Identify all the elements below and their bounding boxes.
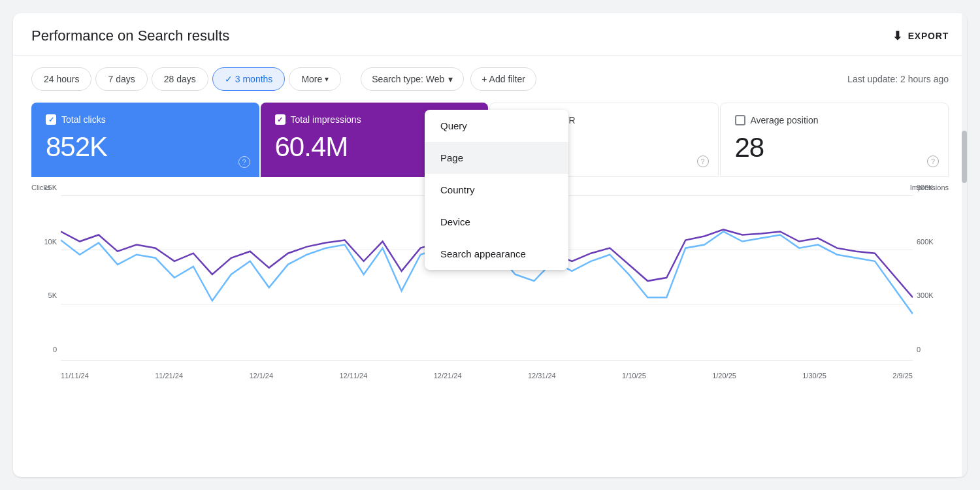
- search-type-chevron: ▾: [448, 74, 453, 84]
- y-axis-left: 15K 10K 5K 0: [31, 184, 61, 353]
- dropdown-item-page[interactable]: Page: [425, 142, 568, 174]
- metric-name-position: Average position: [751, 115, 819, 125]
- dropdown-item-query[interactable]: Query: [425, 110, 568, 142]
- y-right-label-0: 0: [917, 346, 921, 353]
- y-left-label-5k: 5K: [48, 291, 57, 299]
- time-filter-group: 24 hours 7 days 28 days ✓3 months More ▾: [31, 67, 341, 91]
- metric-total-clicks[interactable]: ✓ Total clicks 852K ?: [31, 103, 259, 177]
- help-icon-position[interactable]: ?: [927, 155, 939, 167]
- filter-more[interactable]: More ▾: [289, 67, 341, 91]
- card-header: Performance on Search results ⬇ EXPORT: [13, 13, 967, 56]
- help-icon-ctr[interactable]: ?: [697, 155, 709, 167]
- x-label-4: 12/21/24: [434, 372, 462, 380]
- dropdown-item-device[interactable]: Device: [425, 206, 568, 238]
- metric-value-position: 28: [735, 132, 934, 163]
- checkbox-clicks: ✓: [46, 114, 56, 125]
- check-icon: ✓: [48, 116, 54, 124]
- metric-average-position[interactable]: Average position 28 ?: [720, 103, 949, 177]
- x-axis: 11/11/24 11/21/24 12/1/24 12/11/24 12/21…: [61, 360, 913, 380]
- y-left-label-10k: 10K: [44, 238, 57, 246]
- filter-28days[interactable]: 28 days: [152, 67, 208, 91]
- x-label-7: 1/20/25: [712, 372, 736, 380]
- export-button[interactable]: ⬇ EXPORT: [892, 29, 949, 43]
- metric-label-row-clicks: ✓ Total clicks: [46, 114, 245, 125]
- y-right-label-900k: 900K: [917, 184, 934, 191]
- x-label-2: 12/1/24: [249, 372, 273, 380]
- filter-24hours[interactable]: 24 hours: [31, 67, 91, 91]
- main-card: Performance on Search results ⬇ EXPORT 2…: [13, 13, 967, 477]
- x-label-1: 11/21/24: [155, 372, 183, 380]
- dropdown-item-country[interactable]: Country: [425, 174, 568, 206]
- x-label-5: 12/31/24: [528, 372, 556, 380]
- add-filter-label: + Add filter: [482, 74, 525, 84]
- dropdown-menu: Query Page Country Device Search appeara…: [425, 110, 568, 270]
- filter-group: Search type: Web ▾ + Add filter: [361, 67, 536, 91]
- toolbar: 24 hours 7 days 28 days ✓3 months More ▾…: [13, 56, 967, 103]
- checkmark-active: ✓: [225, 74, 233, 84]
- x-label-8: 1/30/25: [802, 372, 826, 380]
- chevron-down-icon: ▾: [325, 74, 329, 84]
- metric-name-impressions: Total impressions: [291, 114, 361, 125]
- metric-label-row-position: Average position: [735, 115, 934, 125]
- checkbox-impressions: ✓: [275, 114, 286, 125]
- scrollbar-thumb: [962, 131, 967, 183]
- export-icon: ⬇: [892, 29, 903, 43]
- metric-value-clicks: 852K: [46, 131, 245, 163]
- filter-3months[interactable]: ✓3 months: [212, 67, 286, 91]
- metric-name-clicks: Total clicks: [61, 114, 106, 125]
- y-right-label-600k: 600K: [917, 238, 934, 246]
- add-filter-button[interactable]: + Add filter: [470, 67, 536, 91]
- dropdown-item-search-appearance[interactable]: Search appearance: [425, 238, 568, 270]
- x-label-0: 11/11/24: [61, 372, 89, 380]
- page-title: Performance on Search results: [31, 27, 229, 44]
- scrollbar[interactable]: [962, 13, 967, 477]
- check-icon-impressions: ✓: [277, 116, 283, 124]
- search-type-label: Search type: Web: [372, 74, 444, 84]
- y-right-label-300k: 300K: [917, 291, 934, 299]
- y-left-label-0: 0: [53, 346, 57, 353]
- help-icon-clicks[interactable]: ?: [238, 156, 250, 168]
- x-label-9: 2/9/25: [892, 372, 913, 380]
- checkbox-position: [735, 115, 745, 125]
- x-label-6: 1/10/25: [622, 372, 646, 380]
- y-axis-right: 900K 600K 300K 0: [913, 184, 949, 353]
- search-type-button[interactable]: Search type: Web ▾: [361, 67, 464, 91]
- y-left-label-15k: 15K: [44, 184, 57, 191]
- x-label-3: 12/11/24: [339, 372, 367, 380]
- filter-7days[interactable]: 7 days: [95, 67, 147, 91]
- more-label: More: [301, 74, 322, 84]
- last-update: Last update: 2 hours ago: [847, 74, 949, 84]
- export-label: EXPORT: [908, 31, 949, 41]
